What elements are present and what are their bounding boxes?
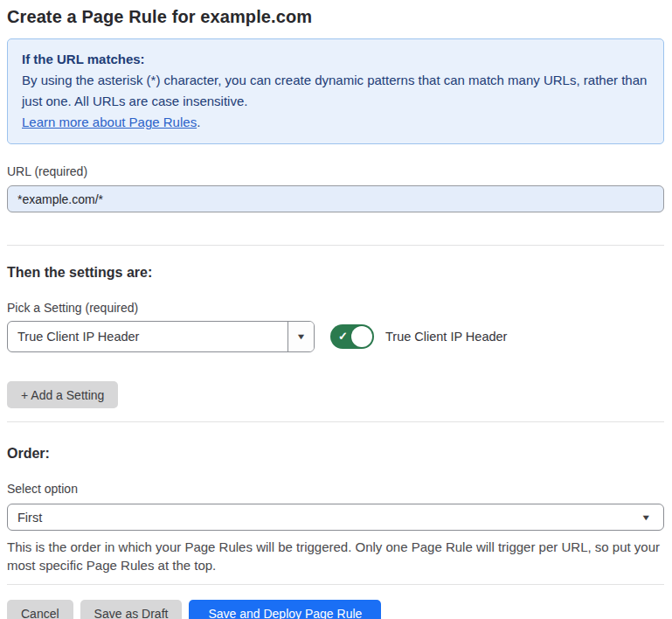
info-box-body: By using the asterisk (*) character, you… — [22, 70, 649, 112]
url-field-label: URL (required) — [7, 164, 664, 179]
info-box-heading: If the URL matches: — [22, 49, 649, 70]
settings-section-heading: Then the settings are: — [7, 264, 664, 281]
toggle-knob — [351, 326, 372, 347]
setting-toggle[interactable]: ✓ — [330, 324, 374, 349]
toggle-label: True Client IP Header — [385, 330, 507, 344]
select-arrow-section: ▼ — [288, 322, 314, 351]
order-select-label: Select option — [7, 482, 664, 497]
chevron-down-icon: ▼ — [641, 513, 664, 522]
url-input[interactable] — [7, 185, 664, 212]
order-select-value: First — [8, 511, 42, 525]
url-match-info-box: If the URL matches: By using the asteris… — [7, 38, 664, 144]
save-deploy-button[interactable]: Save and Deploy Page Rule — [189, 600, 381, 619]
add-setting-button[interactable]: + Add a Setting — [7, 381, 118, 408]
setting-select[interactable]: True Client IP Header ▼ — [7, 321, 315, 352]
section-divider — [7, 245, 664, 246]
order-select[interactable]: First ▼ — [7, 504, 664, 531]
pick-setting-label: Pick a Setting (required) — [7, 301, 664, 316]
link-suffix-period: . — [197, 115, 200, 129]
save-draft-button[interactable]: Save as Draft — [80, 600, 183, 619]
setting-select-value: True Client IP Header — [8, 330, 139, 344]
check-icon: ✓ — [338, 330, 348, 342]
order-help-text: This is the order in which your Page Rul… — [7, 538, 664, 574]
info-link-row: Learn more about Page Rules. — [22, 112, 649, 133]
order-section-heading: Order: — [7, 445, 664, 462]
learn-more-link[interactable]: Learn more about Page Rules — [22, 115, 197, 129]
footer-actions: Cancel Save as Draft Save and Deploy Pag… — [7, 600, 664, 619]
setting-row: True Client IP Header ▼ ✓ True Client IP… — [7, 321, 664, 352]
create-page-rule-form: Create a Page Rule for example.com If th… — [0, 0, 672, 619]
section-divider — [7, 421, 664, 422]
page-title: Create a Page Rule for example.com — [7, 5, 664, 28]
cancel-button[interactable]: Cancel — [7, 600, 73, 619]
footer-divider — [7, 584, 664, 585]
chevron-down-icon: ▼ — [295, 332, 306, 341]
